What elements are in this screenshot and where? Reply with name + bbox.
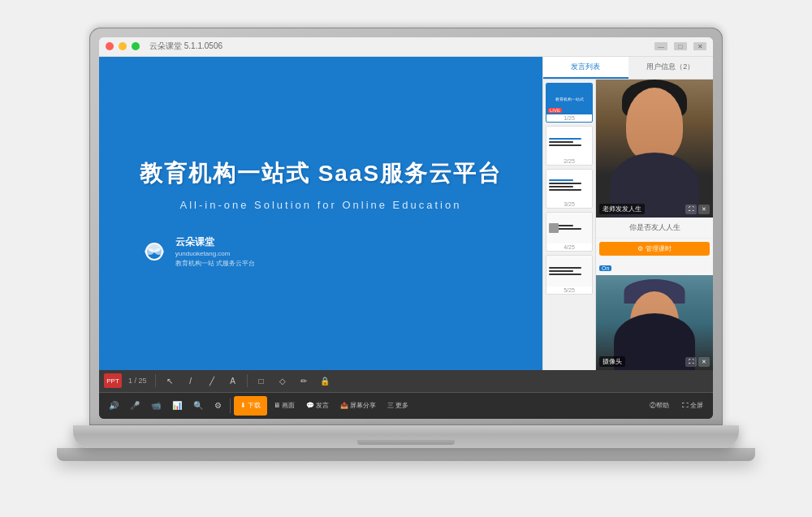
laptop-screen-outer: 云朵课堂 5.1.1.0506 — □ ✕ 教育机构一站式 SaaS服务云平台 … — [89, 28, 723, 425]
download-btn[interactable]: ⬇ 下载 — [234, 396, 267, 416]
on-badge: On — [599, 265, 611, 271]
page-indicator: 1 / 25 — [125, 377, 150, 385]
tab-slides[interactable]: 发言列表 — [543, 57, 628, 79]
face-area-top — [626, 88, 683, 161]
body-bottom — [614, 313, 695, 370]
slide-thumb-3[interactable]: 3/25 — [546, 169, 593, 209]
help-btn[interactable]: ②帮助 — [645, 396, 674, 416]
manage-icon: ⚙ — [637, 245, 643, 252]
camera-name-bottom: 摄像头 — [599, 356, 625, 367]
stats-btn[interactable]: 📊 — [167, 396, 187, 416]
cam-ctrl-2[interactable]: ✕ — [698, 205, 710, 214]
camera-icon: 📹 — [151, 401, 161, 410]
download-label: 下载 — [248, 401, 261, 410]
separator-1 — [155, 374, 156, 387]
camera-feeds: 老师发发人生 ⛶ ✕ 你是否友人人生 — [596, 80, 713, 370]
more-label: 三 更多 — [387, 401, 408, 410]
svg-point-2 — [145, 248, 154, 255]
slide-thumb-5[interactable]: 5/25 — [546, 255, 593, 295]
mic-btn[interactable]: 🎤 — [125, 396, 145, 416]
ppt-button[interactable]: PPT — [104, 373, 122, 388]
search-icon: 🔍 — [193, 401, 203, 410]
cam-ctrl-3[interactable]: ⛶ — [685, 357, 697, 367]
screen-icon: 🖥 — [274, 402, 280, 409]
close-btn[interactable]: ✕ — [693, 42, 706, 50]
greeting-text: 你是否友人人生 — [596, 218, 713, 239]
tool-diamond[interactable]: ◇ — [274, 373, 292, 388]
laptop-hinge — [357, 440, 455, 445]
tool-select[interactable]: ↖ — [161, 373, 179, 388]
slide-thumb-2[interactable]: 2/25 — [546, 126, 593, 166]
slide-num-4: 4/25 — [546, 243, 592, 251]
right-content: 教育机构一站式 LIVE 1/25 — [543, 80, 713, 370]
live-badge: LIVE — [548, 108, 562, 113]
right-panel: 发言列表 用户信息（2） 教育机构一站式 — [542, 57, 713, 370]
window-controls: — □ ✕ — [654, 42, 706, 50]
cam-ctrl-4[interactable]: ✕ — [698, 357, 710, 367]
right-panel-tabs: 发言列表 用户信息（2） — [543, 57, 713, 80]
tool-right: ②帮助 ⛶ 全屏 — [645, 396, 708, 416]
camera-btn[interactable]: 📹 — [146, 396, 166, 416]
main-toolbar: 🔊 🎤 📹 📊 🔍 — [99, 393, 713, 419]
stats-icon: 📊 — [172, 401, 182, 410]
close-dot[interactable] — [106, 42, 114, 50]
camera-controls-top: ⛶ ✕ — [685, 205, 710, 214]
slide-num-2: 2/25 — [546, 157, 592, 165]
restore-btn[interactable]: □ — [674, 42, 687, 50]
tool-line[interactable]: ╱ — [203, 373, 221, 388]
tool-rect[interactable]: □ — [253, 373, 270, 388]
main-area: 教育机构一站式 SaaS服务云平台 All-in-one Solution fo… — [99, 57, 713, 370]
svg-point-3 — [154, 248, 164, 255]
tool-eraser[interactable]: ✏ — [295, 373, 313, 388]
chat-btn[interactable]: 💬 发言 — [301, 396, 334, 416]
slide-thumb-4[interactable]: 4/25 — [546, 212, 593, 252]
separator-2 — [247, 374, 248, 387]
audio-btn[interactable]: 🔊 — [104, 396, 123, 416]
download-icon: ⬇ — [240, 402, 246, 409]
share-btn[interactable]: 📤 屏幕分享 — [335, 396, 381, 416]
fullscreen-btn[interactable]: ⛶ 全屏 — [677, 396, 708, 416]
chat-icon: 💬 — [306, 402, 314, 409]
bottom-area: PPT 1 / 25 ↖ / ╱ A □ ◇ ✏ 🔒 — [99, 370, 713, 419]
manage-button[interactable]: ⚙ 管理课时 — [599, 242, 710, 256]
slide-thumb-1[interactable]: 教育机构一站式 LIVE 1/25 — [546, 83, 593, 123]
laptop-wrapper: 云朵课堂 5.1.1.0506 — □ ✕ 教育机构一站式 SaaS服务云平台 … — [57, 28, 755, 490]
maximize-dot[interactable] — [132, 42, 140, 50]
more-btn[interactable]: 三 更多 — [382, 396, 413, 416]
slide-num-1: 1/25 — [546, 114, 592, 122]
screen-btn[interactable]: 🖥 画面 — [269, 396, 300, 416]
slide-title-chinese: 教育机构一站式 SaaS服务云平台 — [140, 158, 502, 189]
minimize-btn[interactable]: — — [654, 42, 667, 50]
slide-num-3: 3/25 — [546, 200, 592, 208]
camera-name-top: 老师发发人生 — [599, 204, 645, 214]
camera-controls-bottom: ⛶ ✕ — [685, 357, 710, 367]
tool-text[interactable]: A — [224, 373, 242, 388]
share-label: 屏幕分享 — [350, 401, 376, 410]
tab-users[interactable]: 用户信息（2） — [628, 57, 714, 79]
logo-text: 云朵课堂 yunduoketang.com 教育机构一站 式服务云平台 — [175, 235, 255, 267]
logo-name: 云朵课堂 — [175, 235, 255, 249]
minimize-dot[interactable] — [119, 42, 127, 50]
camera-feed-top: 老师发发人生 ⛶ ✕ — [596, 80, 713, 218]
slide-thumbnails[interactable]: 教育机构一站式 LIVE 1/25 — [543, 80, 596, 370]
search-btn[interactable]: 🔍 — [188, 396, 208, 416]
logo-tagline: 教育机构一站 式服务云平台 — [175, 259, 255, 268]
slide-presentation: 教育机构一站式 SaaS服务云平台 All-in-one Solution fo… — [99, 57, 542, 370]
slide-num-5: 5/25 — [546, 287, 592, 294]
chat-label: 发言 — [316, 401, 329, 410]
share-icon: 📤 — [340, 402, 348, 409]
tool-pen[interactable]: / — [182, 373, 200, 388]
laptop-bottom — [73, 425, 739, 448]
app-window: 云朵课堂 5.1.1.0506 — □ ✕ 教育机构一站式 SaaS服务云平台 … — [99, 37, 713, 419]
settings-btn[interactable]: ⚙ — [209, 396, 227, 416]
fullscreen-label: 全屏 — [690, 401, 703, 410]
separator-main — [230, 399, 231, 413]
slide-title-english: All-in-one Solution for Online Education — [140, 199, 502, 211]
cam-ctrl-1[interactable]: ⛶ — [685, 205, 697, 214]
fullscreen-icon: ⛶ — [682, 402, 689, 409]
app-title: 云朵课堂 5.1.1.0506 — [149, 41, 222, 52]
mic-icon: 🎤 — [130, 401, 140, 410]
tool-lock[interactable]: 🔒 — [316, 373, 334, 388]
manage-label: 管理课时 — [646, 245, 672, 252]
drawing-toolbar: PPT 1 / 25 ↖ / ╱ A □ ◇ ✏ 🔒 — [99, 370, 713, 393]
